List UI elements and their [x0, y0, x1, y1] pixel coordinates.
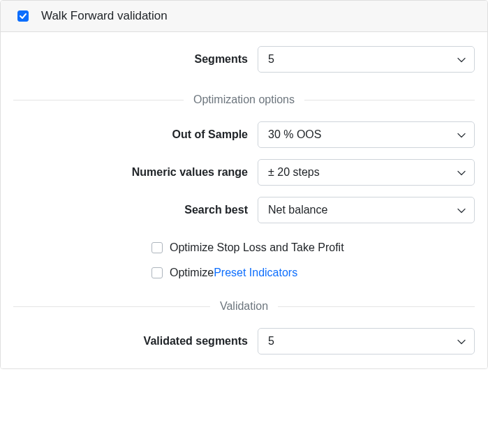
check-icon	[19, 12, 27, 20]
segments-control: 5	[258, 46, 475, 73]
panel-title: Walk Forward validation	[41, 9, 168, 23]
validated-segments-select[interactable]: 5	[258, 328, 475, 354]
optimize-sltp-label: Optimize Stop Loss and Take Profit	[170, 241, 344, 254]
validation-divider: Validation	[13, 300, 475, 313]
segments-select[interactable]: 5	[258, 46, 475, 73]
optimize-sltp-checkbox[interactable]	[151, 242, 163, 253]
validated-segments-control: 5	[258, 328, 475, 354]
oos-select[interactable]: 30 % OOS	[258, 121, 475, 148]
optimize-sltp-row: Optimize Stop Loss and Take Profit	[13, 241, 475, 254]
optimization-divider-label: Optimization options	[193, 94, 295, 106]
walk-forward-checkbox[interactable]	[17, 10, 29, 22]
search-best-control: Net balance	[258, 197, 475, 223]
search-best-value: Net balance	[268, 204, 327, 216]
segments-row: Segments 5	[13, 46, 475, 73]
numeric-range-select[interactable]: ± 20 steps	[258, 159, 475, 186]
numeric-range-control: ± 20 steps	[258, 159, 475, 186]
validated-segments-value: 5	[268, 335, 274, 348]
panel-header: Walk Forward validation	[1, 1, 487, 32]
oos-control: 30 % OOS	[258, 121, 475, 148]
chevron-down-icon	[457, 53, 466, 66]
optimize-preset-checkbox[interactable]	[151, 267, 163, 278]
optimization-divider: Optimization options	[13, 94, 475, 106]
panel-body: Segments 5 Optimization options Out of S…	[1, 32, 487, 368]
segments-label: Segments	[13, 53, 258, 66]
search-best-label: Search best	[13, 204, 258, 216]
oos-value: 30 % OOS	[268, 128, 321, 141]
numeric-range-value: ± 20 steps	[268, 166, 320, 179]
validated-segments-row: Validated segments 5	[13, 328, 475, 354]
oos-row: Out of Sample 30 % OOS	[13, 121, 475, 148]
numeric-range-label: Numeric values range	[13, 166, 258, 179]
validation-divider-label: Validation	[220, 300, 268, 313]
chevron-down-icon	[457, 204, 466, 216]
chevron-down-icon	[457, 128, 466, 141]
segments-value: 5	[268, 53, 274, 66]
search-best-select[interactable]: Net balance	[258, 197, 475, 223]
chevron-down-icon	[457, 166, 466, 179]
preset-indicators-link[interactable]: Preset Indicators	[214, 267, 297, 279]
walk-forward-panel: Walk Forward validation Segments 5 Optim…	[0, 0, 488, 369]
oos-label: Out of Sample	[13, 128, 258, 141]
optimize-preset-row: Optimize Preset Indicators	[13, 267, 475, 279]
validated-segments-label: Validated segments	[13, 335, 258, 348]
search-best-row: Search best Net balance	[13, 197, 475, 223]
numeric-range-row: Numeric values range ± 20 steps	[13, 159, 475, 186]
optimize-preset-prefix: Optimize	[170, 267, 214, 279]
spacer	[13, 234, 475, 241]
chevron-down-icon	[457, 335, 466, 348]
